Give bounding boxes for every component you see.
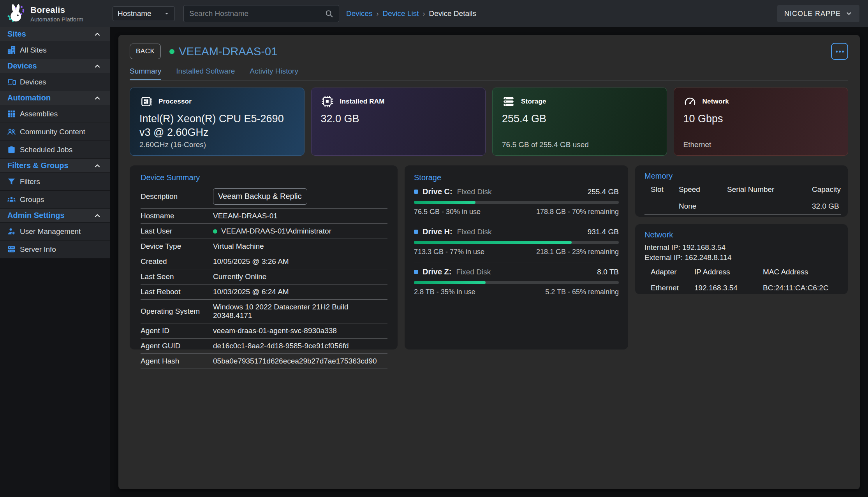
row-label: Last User — [141, 227, 213, 235]
building-icon — [7, 46, 16, 54]
stat-value: 10 Gbps — [683, 112, 840, 126]
user-gear-icon — [7, 227, 16, 236]
breadcrumb-devices[interactable]: Devices — [346, 9, 373, 18]
tab-activity-history[interactable]: Activity History — [250, 67, 298, 80]
stat-title: Storage — [521, 98, 546, 105]
row-value: VEEAM-DRAAS-01 — [213, 212, 278, 220]
stat-value: 255.4 GB — [502, 112, 658, 126]
drive-usage-bar — [414, 201, 619, 204]
sidebar-item-devices[interactable]: Devices — [0, 73, 110, 91]
drive-h: Drive H: Fixed Disk 931.4 GB 713.3 GB - … — [414, 222, 619, 262]
sidebar-item-groups[interactable]: Groups — [0, 191, 110, 209]
breadcrumb-separator: › — [377, 10, 379, 18]
row-value: 05ba0e7935171d626ecea29b27d7ae175363cd90 — [213, 357, 377, 365]
drive-c: Drive C: Fixed Disk 255.4 GB 76.5 GB - 3… — [414, 182, 619, 222]
breadcrumb-device-list[interactable]: Device List — [383, 9, 419, 18]
sidebar-item-label: Devices — [20, 78, 46, 86]
storage-panel-title: Storage — [414, 173, 619, 182]
drive-size: 8.0 TB — [597, 268, 619, 276]
stat-cards: Processor Intel(R) Xeon(R) CPU E5-2690 v… — [130, 88, 848, 156]
row-label: Hostname — [141, 212, 213, 220]
row-label: Description — [141, 192, 213, 201]
processor-card: Processor Intel(R) Xeon(R) CPU E5-2690 v… — [130, 88, 305, 156]
adapter-table: Adapter IP Address MAC Address Ethernet … — [644, 268, 838, 296]
sidebar-item-all-sites[interactable]: All Sites — [0, 41, 110, 59]
stat-title: Network — [702, 98, 729, 105]
section-label: Automation — [7, 93, 51, 102]
row-label: Last Seen — [141, 272, 213, 281]
chevron-up-icon — [93, 30, 101, 38]
network-card: Network 10 Gbps Ethernet — [674, 88, 849, 156]
tab-bar: Summary Installed Software Activity Hist… — [130, 67, 848, 81]
user-menu-button[interactable]: NICOLE RAPPE — [777, 5, 859, 22]
chevron-up-icon — [93, 212, 101, 220]
sidebar-item-community-content[interactable]: Community Content — [0, 123, 110, 141]
drive-name: Drive H: — [423, 227, 452, 236]
ram-icon — [321, 95, 334, 108]
sidebar-item-filters[interactable]: Filters — [0, 173, 110, 191]
sidebar-section-filters-groups[interactable]: Filters & Groups — [0, 159, 110, 173]
sidebar-section-devices[interactable]: Devices — [0, 59, 110, 73]
description-input[interactable] — [213, 188, 307, 205]
grid-icon — [7, 109, 16, 118]
sidebar-item-scheduled-jobs[interactable]: Scheduled Jobs — [0, 141, 110, 159]
stat-value: 32.0 GB — [321, 112, 477, 126]
drive-name: Drive Z: — [423, 267, 451, 276]
summary-row-agent-id: Agent ID veeam-draas-01-agent-svc-8930a3… — [141, 323, 387, 339]
row-label: Device Type — [141, 242, 213, 251]
sidebar-section-sites[interactable]: Sites — [0, 27, 110, 41]
chevron-up-icon — [93, 94, 101, 102]
sidebar-section-admin-settings[interactable]: Admin Settings — [0, 209, 110, 223]
briefcase-icon — [7, 145, 16, 154]
row-value: Windows 10 2022 Datacenter 21H2 Build 20… — [213, 303, 387, 320]
sidebar-item-user-management[interactable]: User Management — [0, 223, 110, 241]
section-label: Filters & Groups — [7, 161, 69, 170]
tab-summary[interactable]: Summary — [130, 67, 161, 80]
row-label: Operating System — [141, 307, 213, 316]
sidebar-item-label: Scheduled Jobs — [20, 146, 72, 154]
section-label: Devices — [7, 61, 37, 70]
drive-remaining-text: 178.8 GB - 70% remaining — [536, 208, 619, 216]
brand-name: Borealis — [30, 5, 83, 15]
chevron-down-icon — [845, 10, 852, 17]
borealis-logo-icon — [5, 3, 26, 24]
sidebar-item-label: Community Content — [20, 128, 85, 136]
row-value: veeam-draas-01-agent-svc-8930a338 — [213, 327, 337, 335]
people-icon — [7, 127, 16, 136]
sidebar-item-assemblies[interactable]: Assemblies — [0, 105, 110, 123]
sidebar-section-automation[interactable]: Automation — [0, 91, 110, 105]
breadcrumb-separator: › — [423, 10, 425, 18]
drive-type: Fixed Disk — [457, 228, 492, 236]
internal-ip-line: Internal IP: 192.168.3.54 — [644, 242, 838, 253]
summary-row-os: Operating System Windows 10 2022 Datacen… — [141, 300, 387, 323]
back-button[interactable]: BACK — [130, 44, 161, 59]
hostname-filter-select[interactable]: Hostname — [113, 6, 175, 21]
memory-table: Slot Speed Serial Number Capacity None 3… — [644, 185, 838, 215]
row-value: Virtual Machine — [213, 242, 264, 251]
summary-row-agent-hash: Agent Hash 05ba0e7935171d626ecea29b27d7a… — [141, 354, 387, 369]
sidebar-item-server-info[interactable]: Server Info — [0, 241, 110, 258]
search-input[interactable] — [189, 9, 325, 18]
drive-bullet-icon — [414, 270, 418, 274]
row-value: 10/03/2025 @ 6:24 AM — [213, 288, 289, 296]
summary-row-last-user: Last User VEEAM-DRAAS-01\Administrator — [141, 224, 387, 239]
column-header: IP Address — [694, 268, 763, 280]
drive-usage-bar — [414, 281, 619, 284]
sidebar-item-label: User Management — [20, 227, 81, 236]
memory-capacity-cell: 32.0 GB — [812, 198, 841, 215]
search-icon — [325, 9, 333, 18]
row-label: Created — [141, 257, 213, 266]
row-label: Agent ID — [141, 327, 213, 335]
user-menu-label: NICOLE RAPPE — [784, 10, 841, 18]
memory-panel: Memory Slot Speed Serial Number Capacity… — [635, 165, 848, 217]
breadcrumb-device-details: Device Details — [429, 9, 476, 18]
sidebar-item-label: Filters — [20, 177, 40, 186]
stat-subtext: 76.5 GB of 255.4 GB used — [502, 140, 658, 149]
more-actions-button[interactable] — [831, 43, 848, 60]
drive-used-text: 76.5 GB - 30% in use — [414, 208, 481, 216]
page-title: VEEAM-DRAAS-01 — [179, 45, 277, 58]
summary-row-hostname: Hostname VEEAM-DRAAS-01 — [141, 209, 387, 224]
devices-icon — [7, 77, 16, 86]
tab-installed-software[interactable]: Installed Software — [176, 67, 235, 80]
sidebar-item-label: All Sites — [20, 46, 47, 54]
